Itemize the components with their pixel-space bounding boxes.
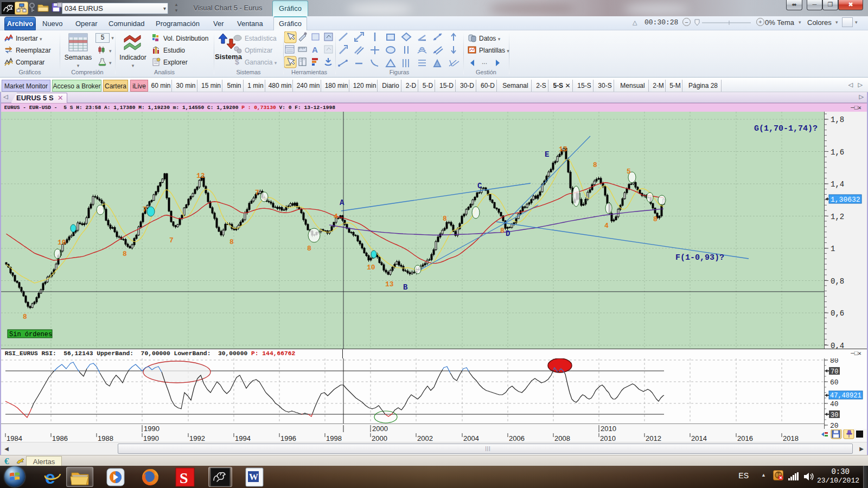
svg-text:7: 7 <box>255 189 259 197</box>
svg-text:1,8: 1,8 <box>831 115 844 124</box>
svg-text:10: 10 <box>367 264 375 272</box>
svg-text:2010: 2010 <box>601 425 616 433</box>
svg-text:1,6: 1,6 <box>831 148 844 157</box>
svg-text:1,30632: 1,30632 <box>831 196 860 204</box>
svg-text:E: E <box>545 150 549 159</box>
svg-text:60: 60 <box>830 378 839 387</box>
svg-text:0,4: 0,4 <box>831 342 844 349</box>
svg-text:...: ... <box>482 59 487 66</box>
svg-text:1990: 1990 <box>144 425 159 433</box>
svg-text:8: 8 <box>593 161 597 169</box>
svg-text:4: 4 <box>604 222 609 230</box>
svg-text:1984: 1984 <box>7 434 22 442</box>
svg-text:1,2: 1,2 <box>831 213 844 221</box>
svg-text:7: 7 <box>143 206 147 214</box>
svg-text:e: e <box>45 467 55 487</box>
svg-text:W: W <box>249 472 258 482</box>
svg-text:A: A <box>340 198 344 207</box>
svg-text:10: 10 <box>58 239 66 247</box>
svg-text:1986: 1986 <box>52 434 68 442</box>
svg-text:2014: 2014 <box>691 434 707 442</box>
svg-text:1: 1 <box>831 245 835 253</box>
svg-text:8: 8 <box>229 238 234 246</box>
svg-text:13: 13 <box>385 280 394 288</box>
svg-text:40: 40 <box>830 400 839 408</box>
svg-text:1988: 1988 <box>98 434 113 442</box>
svg-text:0,6: 0,6 <box>831 309 844 318</box>
svg-text:1998: 1998 <box>326 434 342 442</box>
svg-text:70: 70 <box>831 368 838 376</box>
svg-text:8: 8 <box>23 313 27 321</box>
svg-text:1994: 1994 <box>235 434 251 442</box>
svg-text:G(1,70-1,74)?: G(1,70-1,74)? <box>754 124 818 133</box>
svg-text:C: C <box>477 182 482 190</box>
svg-text:$: $ <box>235 57 239 66</box>
svg-text:1992: 1992 <box>189 434 205 442</box>
svg-text:8: 8 <box>123 250 127 258</box>
svg-text:2016: 2016 <box>737 434 753 442</box>
svg-text:2010: 2010 <box>600 434 616 442</box>
svg-text:5: 5 <box>627 168 631 176</box>
svg-text:B: B <box>403 283 408 292</box>
svg-text:2000: 2000 <box>372 425 388 433</box>
svg-text:1990: 1990 <box>143 434 159 442</box>
svg-text:D: D <box>506 229 510 238</box>
svg-text:2006: 2006 <box>509 434 525 442</box>
svg-text:2000: 2000 <box>372 434 387 442</box>
svg-text:2018: 2018 <box>783 434 799 442</box>
svg-text:8: 8 <box>307 245 311 253</box>
svg-text:0,8: 0,8 <box>831 277 844 286</box>
svg-text:€: € <box>4 457 9 465</box>
svg-text:80: 80 <box>830 358 839 365</box>
svg-text:8: 8 <box>500 227 505 235</box>
svg-text:12: 12 <box>196 172 205 180</box>
svg-text:47,48921: 47,48921 <box>830 392 861 400</box>
svg-text:7: 7 <box>169 236 174 245</box>
svg-text:2008: 2008 <box>554 434 570 442</box>
svg-text:S: S <box>180 470 188 486</box>
svg-text:1996: 1996 <box>280 434 296 442</box>
svg-text:8: 8 <box>443 215 447 223</box>
svg-text:A: A <box>312 45 318 54</box>
svg-text:8: 8 <box>653 215 658 223</box>
svg-text:4: 4 <box>334 213 338 221</box>
svg-text:F(1-0,93)?: F(1-0,93)? <box>675 253 724 262</box>
svg-text:2012: 2012 <box>646 434 661 442</box>
svg-text:2004: 2004 <box>463 434 479 442</box>
svg-text:30: 30 <box>831 412 838 419</box>
svg-text:Sin órdenes: Sin órdenes <box>9 331 52 338</box>
svg-text:1,4: 1,4 <box>831 180 844 189</box>
svg-text:2002: 2002 <box>417 434 433 442</box>
svg-text:13: 13 <box>559 145 567 153</box>
svg-text:20: 20 <box>830 422 839 429</box>
